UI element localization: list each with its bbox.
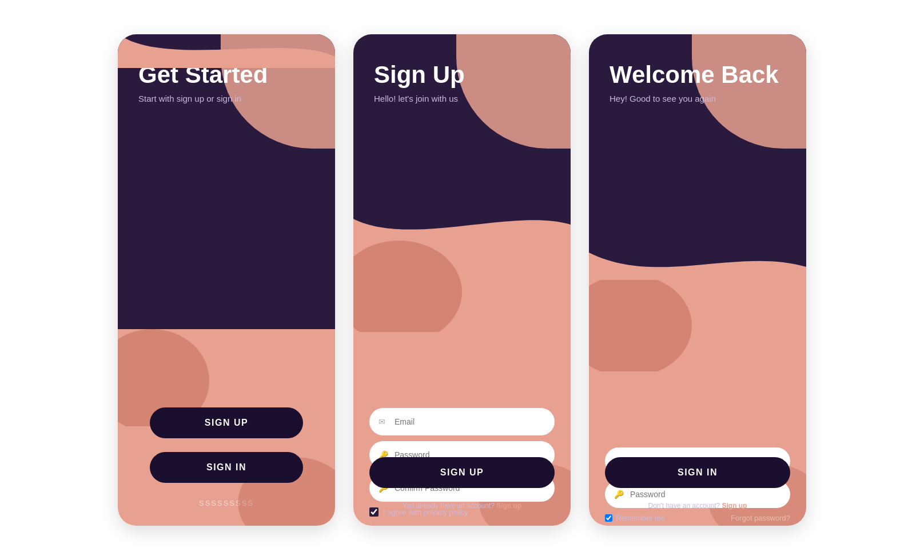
card1-signup-button[interactable]: SIGN UP (150, 407, 303, 438)
get-started-card: Get Started Start with sign up or sign i… (118, 34, 335, 526)
card2-signup-button[interactable]: SIGN UP (369, 457, 555, 488)
card2-content: ✉ 🔑 🔑 I agree with privacy policy SIGN U… (353, 34, 571, 526)
card1-bottom: SIGN UP SIGN IN SSSSSSSSS (118, 329, 335, 526)
card1-subtitle: Start with sign up or sign in (138, 94, 314, 103)
card1-top: Get Started Start with sign up or sign i… (118, 34, 335, 329)
email-input[interactable] (369, 408, 555, 435)
card3-footer: Don't have an account? Sign up (648, 502, 747, 510)
card3-actions: SIGN IN Don't have an account? Sign up (589, 457, 806, 526)
signup-card: Sign Up Hello! let's join with us ✉ 🔑 (353, 34, 571, 526)
card2-footer-text: You already have an account? (403, 502, 495, 510)
card2-footer: You already have an account? Sign up (403, 502, 521, 510)
email-input-wrapper: ✉ (369, 408, 555, 435)
card2-actions: SIGN UP You already have an account? Sig… (353, 457, 571, 526)
signin-card: Welcome Back Hey! Good to see you again … (589, 34, 806, 526)
card3-signin-button[interactable]: SIGN IN (605, 457, 790, 488)
card3-footer-text: Don't have an account? (648, 502, 720, 510)
card2-footer-link[interactable]: Sign up (496, 502, 521, 510)
card3-content: ✉ 🔑 Remember me Forgot password? SIGN IN… (589, 34, 806, 526)
card3-footer-link[interactable]: Sign up (722, 502, 747, 510)
email-icon: ✉ (379, 417, 385, 426)
card1-signin-button[interactable]: SIGN IN (150, 452, 303, 483)
